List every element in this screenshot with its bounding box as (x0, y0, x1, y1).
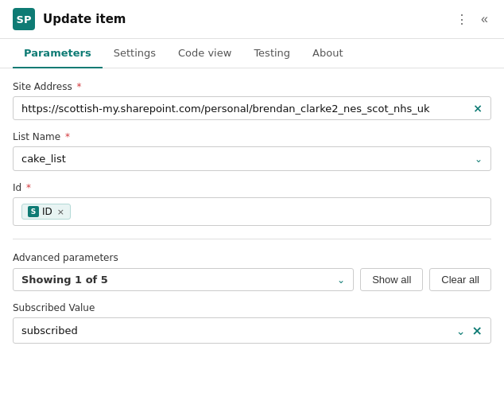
page-title: Update item (43, 12, 126, 26)
id-tag-icon: S (28, 206, 39, 217)
subscribed-clear-icon[interactable]: × (472, 323, 483, 338)
id-label: Id * (13, 182, 491, 193)
subscribed-chevron-icon: ⌄ (456, 325, 466, 337)
header: SP Update item ⋮ « (0, 0, 504, 39)
site-address-clear-icon[interactable]: × (473, 102, 483, 115)
list-name-value: cake_list (21, 153, 66, 165)
subscribed-value-label: Subscribed Value (13, 302, 491, 313)
id-tag: S ID × (21, 204, 71, 220)
tab-settings[interactable]: Settings (103, 39, 167, 68)
id-tag-remove-button[interactable]: × (57, 207, 64, 217)
tab-testing[interactable]: Testing (242, 39, 301, 68)
header-actions: ⋮ « (452, 9, 491, 30)
site-address-value: https://scottish-my.sharepoint.com/perso… (21, 103, 473, 115)
advanced-showing-chevron-icon: ⌄ (337, 274, 345, 286)
subscribed-value-wrapper[interactable]: subscribed ⌄ × (13, 317, 491, 344)
more-options-button[interactable]: ⋮ (452, 9, 471, 30)
tab-about[interactable]: About (301, 39, 354, 68)
tab-code-view[interactable]: Code view (167, 39, 242, 68)
id-tag-label: ID (42, 206, 52, 217)
id-input-wrapper[interactable]: S ID × (13, 197, 491, 226)
clear-all-button[interactable]: Clear all (429, 268, 491, 291)
site-address-input-wrapper[interactable]: https://scottish-my.sharepoint.com/perso… (13, 96, 491, 120)
subscribed-value: subscribed (21, 325, 78, 336)
collapse-button[interactable]: « (478, 9, 491, 29)
parameters-panel: Site Address * https://scottish-my.share… (0, 68, 504, 413)
site-address-label: Site Address * (13, 81, 491, 92)
site-address-group: Site Address * https://scottish-my.share… (13, 81, 491, 120)
list-name-group: List Name * cake_list ⌄ (13, 131, 491, 171)
subscribed-value-group: Subscribed Value subscribed ⌄ × (13, 302, 491, 344)
show-all-button[interactable]: Show all (360, 268, 423, 291)
advanced-parameters-section: Advanced parameters Showing 1 of 5 ⌄ Sho… (13, 252, 491, 291)
divider (13, 239, 491, 239)
tab-parameters[interactable]: Parameters (13, 39, 103, 68)
list-name-select[interactable]: cake_list ⌄ (13, 146, 491, 171)
id-group: Id * S ID × (13, 182, 491, 226)
app-icon: SP (13, 8, 35, 30)
advanced-showing-text: Showing 1 of 5 (21, 274, 108, 286)
header-left: SP Update item (13, 8, 126, 30)
advanced-parameters-label: Advanced parameters (13, 252, 491, 263)
list-name-label: List Name * (13, 131, 491, 142)
advanced-showing-select[interactable]: Showing 1 of 5 ⌄ (13, 268, 354, 291)
tab-bar: Parameters Settings Code view Testing Ab… (0, 39, 504, 68)
advanced-controls-row: Showing 1 of 5 ⌄ Show all Clear all (13, 268, 491, 291)
list-name-chevron-icon: ⌄ (475, 154, 483, 165)
subscribed-right-controls: ⌄ × (456, 323, 483, 338)
